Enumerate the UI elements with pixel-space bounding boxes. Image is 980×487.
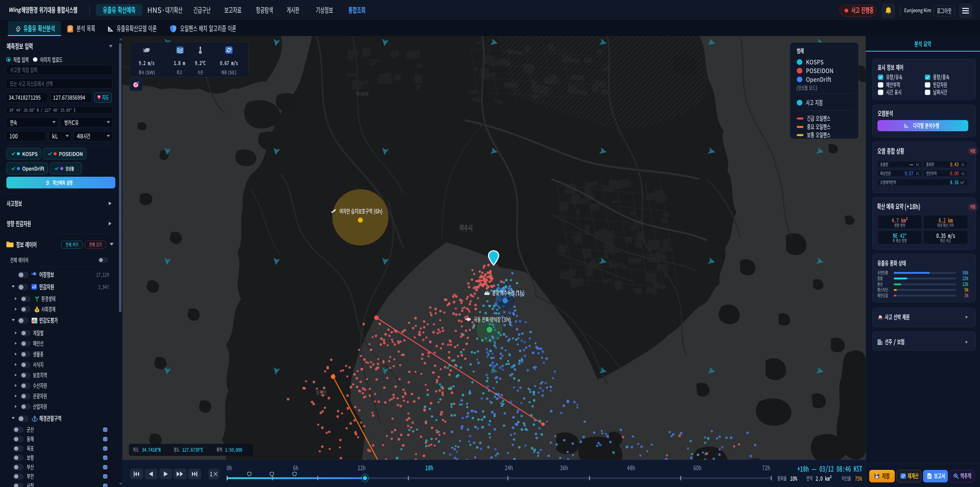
svg-text:$: $: [36, 309, 38, 311]
